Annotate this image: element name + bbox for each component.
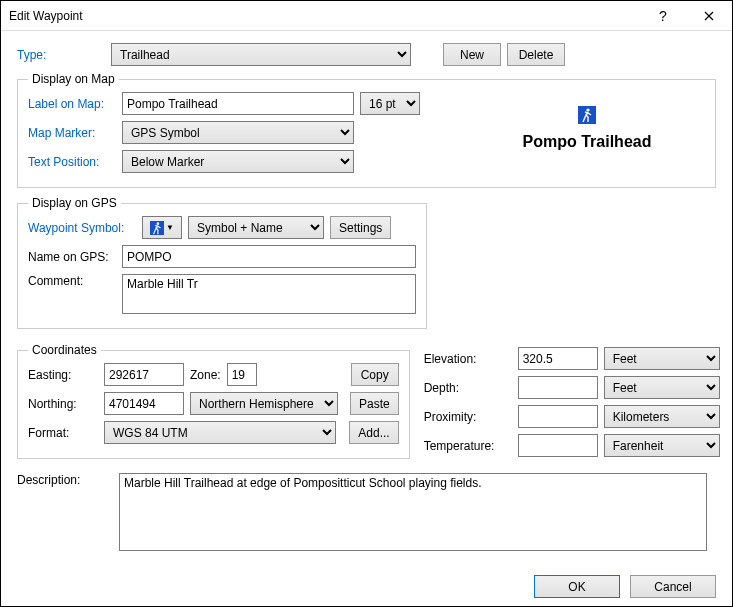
proximity-label: Proximity: xyxy=(424,410,512,424)
label-on-map-label: Label on Map: xyxy=(28,97,116,111)
close-icon xyxy=(704,11,714,21)
zone-input[interactable] xyxy=(227,363,257,386)
window-title: Edit Waypoint xyxy=(9,9,640,23)
map-marker-select[interactable]: GPS Symbol xyxy=(122,121,354,144)
cancel-button[interactable]: Cancel xyxy=(630,575,716,598)
type-select[interactable]: Trailhead xyxy=(111,43,411,66)
elevation-unit-select[interactable]: Feet xyxy=(604,347,720,370)
coordinates-legend: Coordinates xyxy=(28,343,101,357)
font-size-select[interactable]: 16 pt xyxy=(360,92,420,115)
coordinates-group: Coordinates Easting: Zone: Copy Northing… xyxy=(17,343,410,459)
map-preview: Pompo Trailhead xyxy=(472,106,702,151)
depth-input[interactable] xyxy=(518,376,598,399)
new-button[interactable]: New xyxy=(443,43,501,66)
display-on-gps-legend: Display on GPS xyxy=(28,196,121,210)
depth-label: Depth: xyxy=(424,381,512,395)
format-select[interactable]: WGS 84 UTM xyxy=(104,421,336,444)
proximity-unit-select[interactable]: Kilometers xyxy=(604,405,720,428)
svg-point-0 xyxy=(586,108,589,111)
proximity-input[interactable] xyxy=(518,405,598,428)
svg-point-1 xyxy=(157,222,160,225)
display-on-gps-group: Display on GPS Waypoint Symbol: ▼ Symbol… xyxy=(17,196,427,329)
delete-button[interactable]: Delete xyxy=(507,43,565,66)
easting-label: Easting: xyxy=(28,368,98,382)
temperature-input[interactable] xyxy=(518,434,598,457)
easting-input[interactable] xyxy=(104,363,184,386)
zone-label: Zone: xyxy=(190,368,221,382)
waypoint-symbol-button[interactable]: ▼ xyxy=(142,216,182,239)
temperature-unit-select[interactable]: Farenheit xyxy=(604,434,720,457)
map-marker-label: Map Marker: xyxy=(28,126,116,140)
hiker-icon xyxy=(150,221,164,235)
preview-name: Pompo Trailhead xyxy=(472,133,702,151)
add-button[interactable]: Add... xyxy=(349,421,398,444)
symbol-mode-select[interactable]: Symbol + Name xyxy=(188,216,324,239)
elevation-input[interactable] xyxy=(518,347,598,370)
display-on-map-legend: Display on Map xyxy=(28,72,119,86)
chevron-down-icon: ▼ xyxy=(166,223,174,232)
comment-label: Comment: xyxy=(28,274,116,288)
name-on-gps-input[interactable] xyxy=(122,245,416,268)
format-label: Format: xyxy=(28,426,98,440)
description-label: Description: xyxy=(17,473,113,487)
text-position-label: Text Position: xyxy=(28,155,116,169)
type-label: Type: xyxy=(17,48,105,62)
text-position-select[interactable]: Below Marker xyxy=(122,150,354,173)
temperature-label: Temperature: xyxy=(424,439,512,453)
ok-button[interactable]: OK xyxy=(534,575,620,598)
depth-unit-select[interactable]: Feet xyxy=(604,376,720,399)
close-button[interactable] xyxy=(686,1,732,31)
settings-button[interactable]: Settings xyxy=(330,216,391,239)
name-on-gps-label: Name on GPS: xyxy=(28,250,116,264)
comment-input[interactable]: Marble Hill Tr xyxy=(122,274,416,314)
waypoint-symbol-label: Waypoint Symbol: xyxy=(28,221,136,235)
hiker-icon xyxy=(578,106,596,124)
help-button[interactable]: ? xyxy=(640,1,686,31)
description-input[interactable]: Marble Hill Trailhead at edge of Pomposi… xyxy=(119,473,707,551)
titlebar: Edit Waypoint ? xyxy=(1,1,732,31)
label-on-map-input[interactable] xyxy=(122,92,354,115)
copy-button[interactable]: Copy xyxy=(351,363,399,386)
elevation-label: Elevation: xyxy=(424,352,512,366)
northing-input[interactable] xyxy=(104,392,184,415)
paste-button[interactable]: Paste xyxy=(350,392,399,415)
northing-label: Northing: xyxy=(28,397,98,411)
hemisphere-select[interactable]: Northern Hemisphere xyxy=(190,392,338,415)
